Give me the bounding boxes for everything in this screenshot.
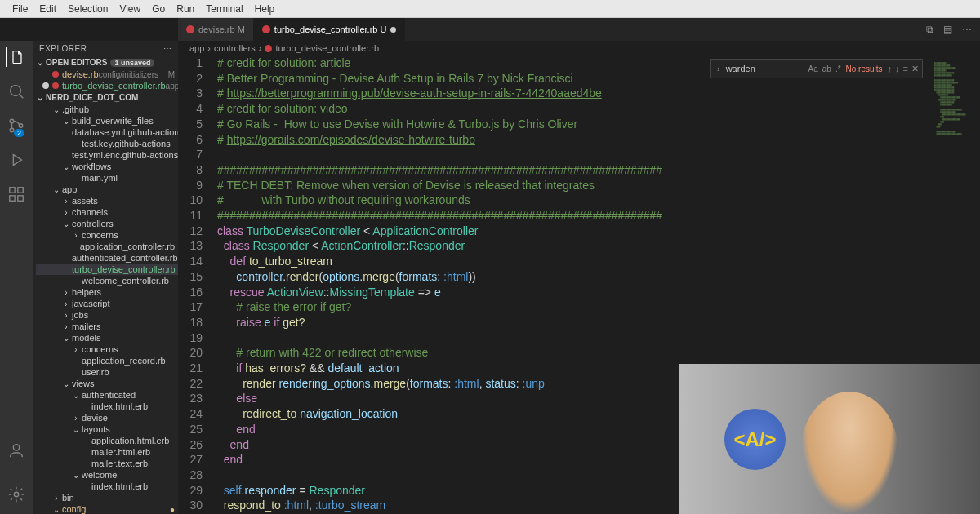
svg-point-8 bbox=[13, 445, 19, 450]
code-line[interactable]: 11######################################… bbox=[178, 208, 931, 224]
file-item[interactable]: test.yml.enc.github-actions bbox=[36, 149, 178, 161]
svg-rect-4 bbox=[10, 188, 15, 193]
code-line[interactable]: 6# https://gorails.com/episodes/devise-h… bbox=[178, 132, 931, 148]
folder-item[interactable]: ⌄controllers bbox=[36, 218, 178, 229]
folder-item[interactable]: ⌄authenticated bbox=[36, 389, 178, 401]
menu-file[interactable]: File bbox=[7, 3, 33, 15]
code-line[interactable]: 17 # raise the error if get? bbox=[178, 299, 931, 315]
folder-item[interactable]: ⌄build_overwrite_files bbox=[36, 115, 178, 126]
code-line[interactable]: 14 def to_turbo_stream bbox=[178, 254, 931, 269]
code-line[interactable]: 16 rescue ActionView::MissingTemplate =>… bbox=[178, 285, 931, 300]
file-item[interactable]: mailer.html.erb bbox=[36, 446, 178, 458]
debug-icon[interactable] bbox=[7, 150, 26, 170]
split-icon[interactable]: ⧉ bbox=[926, 24, 933, 35]
file-item[interactable]: index.html.erb bbox=[36, 481, 178, 492]
explorer-title: EXPLORER bbox=[39, 44, 87, 53]
account-icon[interactable] bbox=[7, 441, 26, 460]
code-line[interactable]: 10# with Turbo without requiring workaro… bbox=[178, 193, 931, 208]
find-nav[interactable]: ↑↓≡✕ bbox=[888, 64, 919, 74]
line-number: 9 bbox=[178, 178, 217, 193]
project-section[interactable]: ⌄ NERD_DICE_DOT_COM bbox=[33, 91, 178, 104]
file-item[interactable]: turbo_devise_controller.rbU bbox=[36, 264, 178, 275]
file-item[interactable]: application.html.erb bbox=[36, 435, 178, 446]
folder-item[interactable]: ›concerns bbox=[36, 343, 178, 355]
menu-edit[interactable]: Edit bbox=[33, 3, 62, 15]
more-icon[interactable]: ⋯ bbox=[163, 44, 172, 53]
breadcrumbs[interactable]: app›controllers›turbo_devise_controller.… bbox=[178, 41, 980, 55]
tree-label: workflows bbox=[72, 162, 111, 171]
tab-actions: ⧉ ▤ ⋯ bbox=[918, 18, 980, 41]
folder-item[interactable]: ⌄welcome bbox=[36, 469, 178, 481]
folder-item[interactable]: ›javascript bbox=[36, 298, 178, 309]
menu-go[interactable]: Go bbox=[146, 3, 171, 15]
code-line[interactable]: 4# credit for solution: video bbox=[178, 101, 931, 117]
menu-terminal[interactable]: Terminal bbox=[200, 3, 248, 15]
editor-tab[interactable]: turbo_devise_controller.rb U bbox=[254, 18, 406, 41]
line-number: 17 bbox=[178, 299, 217, 315]
find-input[interactable]: warden bbox=[723, 64, 808, 73]
breadcrumb-item[interactable]: controllers bbox=[214, 43, 256, 53]
file-item[interactable]: main.yml bbox=[36, 172, 178, 184]
file-item[interactable]: index.html.erb bbox=[36, 401, 178, 412]
code-line[interactable]: 9# TECH DEBT: Remove when version of Dev… bbox=[178, 178, 931, 193]
folder-item[interactable]: ›channels bbox=[36, 206, 178, 218]
folder-item[interactable]: ⌄models bbox=[36, 332, 178, 343]
chevron-icon: › bbox=[62, 299, 70, 308]
code-line[interactable]: 15 controller.render(options.merge(forma… bbox=[178, 269, 931, 285]
menu-selection[interactable]: Selection bbox=[62, 3, 114, 15]
folder-item[interactable]: ⌄layouts bbox=[36, 423, 178, 435]
file-item[interactable]: test.key.github-actions bbox=[36, 138, 178, 149]
folder-item[interactable]: ⌄config● bbox=[36, 503, 178, 514]
settings-icon[interactable] bbox=[7, 485, 26, 504]
source-control-icon[interactable]: 2 bbox=[7, 116, 26, 135]
chevron-right-icon[interactable]: › bbox=[715, 64, 723, 73]
line-content: ########################################… bbox=[217, 162, 662, 178]
file-item[interactable]: application_record.rb bbox=[36, 355, 178, 366]
search-icon[interactable] bbox=[7, 82, 26, 101]
code-line[interactable]: 3# https://betterprogramming.pub/devise-… bbox=[178, 86, 931, 101]
webcam-presenter bbox=[800, 392, 898, 514]
find-widget[interactable]: › warden Aaab.* No results ↑↓≡✕ bbox=[710, 59, 923, 78]
open-editor-item[interactable]: devise.rb config/initializersM bbox=[33, 69, 178, 80]
file-item[interactable]: welcome_controller.rb bbox=[36, 275, 178, 286]
code-line[interactable]: 20 # return with 422 or redirect otherwi… bbox=[178, 345, 931, 361]
layout-icon[interactable]: ▤ bbox=[943, 24, 952, 35]
file-item[interactable]: application_controller.rb bbox=[36, 241, 178, 252]
open-editors-section[interactable]: ⌄ OPEN EDITORS 1 unsaved bbox=[33, 56, 178, 69]
folder-item[interactable]: ›jobs bbox=[36, 309, 178, 321]
folder-item[interactable]: ⌄views bbox=[36, 378, 178, 389]
folder-item[interactable]: ›assets bbox=[36, 195, 178, 206]
menu-help[interactable]: Help bbox=[249, 3, 281, 15]
line-number: 1 bbox=[178, 55, 217, 71]
code-line[interactable]: 13 class Responder < ActionController::R… bbox=[178, 238, 931, 254]
extensions-icon[interactable] bbox=[7, 184, 26, 204]
folder-item[interactable]: ›concerns bbox=[36, 229, 178, 241]
menu-run[interactable]: Run bbox=[171, 3, 200, 15]
file-item[interactable]: authenticated_controller.rb bbox=[36, 252, 178, 264]
file-item[interactable]: user.rb bbox=[36, 366, 178, 378]
code-line[interactable]: 5# Go Rails - How to use Devise with Hot… bbox=[178, 117, 931, 132]
code-line[interactable]: 18 raise e if get? bbox=[178, 315, 931, 330]
folder-item[interactable]: ›devise bbox=[36, 412, 178, 423]
editor-tab[interactable]: devise.rb M bbox=[178, 18, 254, 41]
code-line[interactable]: 19 bbox=[178, 330, 931, 346]
menu-view[interactable]: View bbox=[114, 3, 146, 15]
code-line[interactable]: 7 bbox=[178, 147, 931, 162]
folder-item[interactable]: ›bin bbox=[36, 492, 178, 503]
folder-item[interactable]: ›helpers bbox=[36, 286, 178, 298]
more-icon[interactable]: ⋯ bbox=[962, 24, 972, 35]
line-number: 16 bbox=[178, 285, 217, 300]
find-options[interactable]: Aaab.* bbox=[808, 64, 841, 73]
folder-item[interactable]: ›mailers bbox=[36, 321, 178, 332]
code-line[interactable]: 12class TurboDeviseController < Applicat… bbox=[178, 224, 931, 239]
file-item[interactable]: mailer.text.erb bbox=[36, 458, 178, 469]
folder-item[interactable]: ⌄app bbox=[36, 184, 178, 195]
explorer-icon[interactable] bbox=[6, 47, 25, 67]
breadcrumb-item[interactable]: turbo_devise_controller.rb bbox=[275, 43, 379, 53]
code-line[interactable]: 8#######################################… bbox=[178, 162, 931, 178]
folder-item[interactable]: ⌄.github bbox=[36, 104, 178, 115]
folder-item[interactable]: ⌄workflows bbox=[36, 161, 178, 172]
breadcrumb-item[interactable]: app bbox=[189, 43, 204, 53]
open-editor-item[interactable]: turbo_devise_controller.rb app/c...U bbox=[33, 80, 178, 91]
file-item[interactable]: database.yml.github-actions bbox=[36, 126, 178, 138]
